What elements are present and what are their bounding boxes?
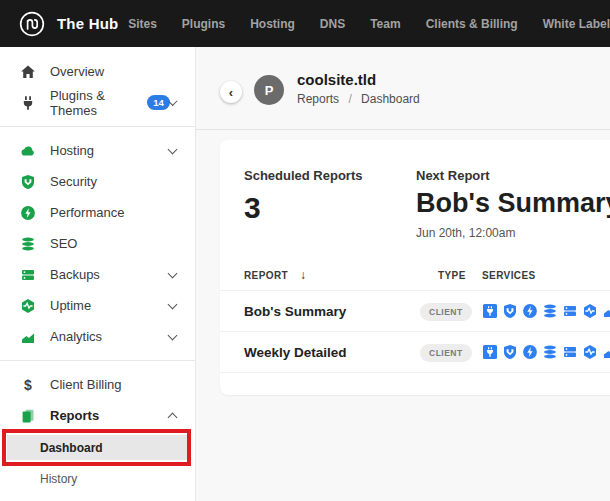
next-report-time: Jun 20th, 12:00am [416,226,610,240]
plugins-count-badge: 14 [147,95,170,110]
sidebar-item-label: Reports [50,408,99,423]
sidebar-item-backups[interactable]: Backups [0,259,195,290]
subitem-label: History [40,472,77,486]
analytics-chart-icon [20,329,36,345]
sidebar-item-hosting[interactable]: Hosting [0,135,195,166]
cloud-icon [20,143,36,159]
plugins-icon [482,303,498,319]
type-badge: CLIENT [420,344,472,362]
top-navigation: Sites Plugins Hosting DNS Team Clients &… [128,17,610,31]
nav-team[interactable]: Team [370,17,400,31]
reports-pages-icon [20,408,36,424]
sidebar-divider [0,126,195,127]
scheduled-reports-label: Scheduled Reports [244,168,416,183]
sidebar-item-security[interactable]: Security [0,166,195,197]
nav-clients-billing[interactable]: Clients & Billing [426,17,518,31]
report-name[interactable]: Weekly Detailed [244,345,420,360]
dollar-icon: $ [20,377,36,393]
sidebar-item-label: Performance [50,205,124,220]
sidebar-item-label: Overview [50,64,104,79]
sidebar-item-label: Client Billing [50,377,122,392]
nav-white-label[interactable]: White Label [543,17,610,31]
wpmudev-logo-icon [18,10,46,38]
sidebar-item-seo[interactable]: SEO [0,228,195,259]
bolt-icon [20,205,36,221]
sidebar-item-overview[interactable]: Overview [0,56,195,87]
uptime-icon [582,303,598,319]
card-footer [220,372,610,395]
sidebar-item-client-billing[interactable]: $ Client Billing [0,369,195,400]
column-header-report[interactable]: REPORT ↓ [244,268,420,282]
nav-sites[interactable]: Sites [128,17,157,31]
brand-title: The Hub [57,15,118,32]
subitem-label: Dashboard [40,441,103,455]
sidebar-item-label: Uptime [50,298,91,313]
chevron-down-icon[interactable] [168,299,178,309]
page-title: coolsite.tld [297,71,420,88]
sidebar: Overview Plugins & Themes 14 Hosting Sec… [0,47,196,501]
services-icons [482,303,610,319]
performance-icon [522,344,538,360]
nav-hosting[interactable]: Hosting [250,17,295,31]
sidebar-divider [0,360,195,361]
analytics-icon [602,344,610,360]
seo-discs-icon [20,236,36,252]
backups-icon [562,344,578,360]
column-header-type[interactable]: TYPE [420,270,482,281]
sidebar-item-label: SEO [50,236,77,251]
back-button[interactable]: ‹ [220,81,242,103]
uptime-pulse-icon [20,298,36,314]
sidebar-item-label: Analytics [50,329,102,344]
table-header: REPORT ↓ TYPE SERVICES [220,260,610,290]
security-icon [502,344,518,360]
chevron-down-icon[interactable] [168,144,178,154]
site-header: ‹ P coolsite.tld Reports / Dashboard [196,47,610,129]
sidebar-item-uptime[interactable]: Uptime [0,290,195,321]
backups-icon [562,303,578,319]
breadcrumb: Reports / Dashboard [297,92,420,106]
sidebar-item-label: Backups [50,267,100,282]
chevron-down-icon[interactable] [168,330,178,340]
sidebar-item-label: Hosting [50,143,94,158]
header-divider [196,129,610,130]
security-icon [502,303,518,319]
nav-dns[interactable]: DNS [320,17,345,31]
main-content: ‹ P coolsite.tld Reports / Dashboard Sch… [196,47,610,501]
analytics-icon [602,303,610,319]
chevron-down-icon[interactable] [168,268,178,278]
breadcrumb-page: Dashboard [361,92,420,106]
nav-plugins[interactable]: Plugins [182,17,225,31]
next-report-label: Next Report [416,168,610,183]
scheduled-reports-count: 3 [244,191,416,225]
breadcrumb-section[interactable]: Reports [297,92,339,106]
sidebar-item-performance[interactable]: Performance [0,197,195,228]
table-row[interactable]: Weekly Detailed CLIENT [220,331,610,372]
sidebar-item-label: Plugins & Themes [50,88,139,118]
plug-icon [20,95,36,111]
seo-icon [542,344,558,360]
type-badge: CLIENT [420,303,472,321]
performance-icon [522,303,538,319]
uptime-icon [582,344,598,360]
site-avatar[interactable]: P [254,75,284,105]
sidebar-item-analytics[interactable]: Analytics [0,321,195,352]
backup-bars-icon [20,267,36,283]
shield-icon [20,174,36,190]
sort-descending-icon[interactable]: ↓ [300,268,306,282]
reports-card: Scheduled Reports 3 Next Report Bob's Su… [220,140,610,395]
hub-brand[interactable]: The Hub [18,10,118,38]
sidebar-item-plugins-themes[interactable]: Plugins & Themes 14 [0,87,195,118]
report-name[interactable]: Bob's Summary [244,304,420,319]
column-header-services[interactable]: SERVICES [482,270,610,281]
sidebar-item-label: Security [50,174,97,189]
home-icon [20,64,36,80]
sidebar-item-reports[interactable]: Reports [0,400,195,431]
chevron-up-icon[interactable] [168,412,178,422]
next-report-name: Bob's Summary [416,188,610,219]
sidebar-subitem-history[interactable]: History [0,467,195,491]
sidebar-subitem-dashboard[interactable]: Dashboard [7,435,187,460]
plugins-icon [482,344,498,360]
report-stats: Scheduled Reports 3 Next Report Bob's Su… [220,140,610,260]
breadcrumb-separator: / [348,92,351,106]
table-row[interactable]: Bob's Summary CLIENT [220,290,610,331]
